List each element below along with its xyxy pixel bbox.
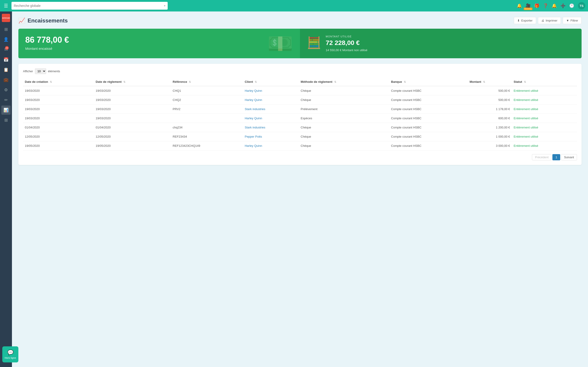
page-title: 📈 Encaissements [18, 17, 68, 24]
grid-icon: ⊞ [4, 118, 8, 123]
app-logo: AVOCAD [2, 14, 10, 22]
notification-fire-icon[interactable]: 🔔 [517, 3, 522, 8]
col-banque[interactable]: Banque ⇅ [389, 78, 468, 86]
cell-statut: Entièrement utilisé [512, 95, 577, 105]
show-select[interactable]: 10 25 50 [35, 68, 46, 74]
cell-date-reglement: 12/05/2020 [94, 132, 171, 141]
video-icon[interactable]: 🎥 Nouveau [526, 3, 531, 8]
help-icon[interactable]: ❓ [543, 3, 548, 8]
cell-client[interactable]: Harley Quinn [243, 86, 299, 95]
cell-methode: Chèque [299, 132, 389, 141]
client-link[interactable]: Harley Quinn [245, 144, 262, 148]
tasks-icon: 📋 [3, 67, 9, 72]
page-1-button[interactable]: 1 [552, 154, 560, 160]
cell-banque: Compte courant HSBC [389, 132, 468, 141]
cell-statut: Entièrement utilisé [512, 123, 577, 132]
client-link[interactable]: Stark industries [245, 107, 265, 111]
sidebar: AVOCAD ⊞ 👤 ✉ 29 📅 📋 💼 ⚙ ✏ 📊 ⊞ [0, 11, 12, 367]
gift-icon[interactable]: 🎁 [534, 3, 539, 8]
table-row: 12/05/2020 12/05/2020 REF23434 Pepper Po… [23, 132, 577, 141]
sidebar-item-tasks[interactable]: 📋 [1, 65, 10, 74]
col-date-creation[interactable]: Date de création ⇅ [23, 78, 94, 86]
search-input[interactable] [14, 4, 164, 8]
page-header: 📈 Encaissements ⬇ Exporter 🖨 Imprimer ▼ … [18, 17, 582, 24]
export-button[interactable]: ⬇ Exporter [514, 17, 536, 24]
col-statut[interactable]: Statut ⇅ [512, 78, 577, 86]
table-row: 19/03/2020 19/03/2020 PRV2 Stark industr… [23, 105, 577, 114]
cell-methode: Chèque [299, 123, 389, 132]
edit-icon: ✏ [4, 98, 8, 102]
chat-widget[interactable]: 💬 Hors ligne [2, 346, 18, 362]
cell-montant: 3 000,00 € [468, 141, 512, 150]
dashboard-icon: ⊞ [4, 27, 8, 32]
money-bg-icon: 💵 [267, 31, 293, 56]
client-link[interactable]: Harley Quinn [245, 98, 262, 102]
bell-icon[interactable]: 🔔 [552, 3, 557, 8]
sidebar-item-settings[interactable]: ⚙ [1, 85, 10, 94]
cell-reference: REF123423CHQ149 [171, 141, 243, 150]
sidebar-item-contacts[interactable]: 👤 [1, 35, 10, 44]
cell-client[interactable]: Pepper Potts [243, 132, 299, 141]
sidebar-item-mail[interactable]: ✉ 29 [1, 45, 10, 54]
cell-statut: Entièrement utilisé [512, 86, 577, 95]
status-badge: Entièrement utilisé [514, 89, 538, 92]
cell-date-creation: 19/03/2020 [23, 95, 94, 105]
next-button[interactable]: Suivant [561, 154, 577, 160]
cell-client[interactable]: Harley Quinn [243, 95, 299, 105]
sidebar-item-grid[interactable]: ⊞ [1, 116, 10, 125]
sidebar-item-dashboard[interactable]: ⊞ [1, 25, 10, 34]
cell-client[interactable]: Stark industries [243, 123, 299, 132]
card-utilise: 🧮 MONTANT UTILISÉ 72 228,00 € 14 550,00 … [300, 29, 582, 58]
cell-methode: Espèces [299, 114, 389, 123]
cell-date-reglement: 19/03/2020 [94, 86, 171, 95]
sidebar-item-edit[interactable]: ✏ [1, 95, 10, 105]
cell-methode: Chèque [299, 141, 389, 150]
cell-banque: Compte courant HSBC [389, 141, 468, 150]
sort-icon-statut: ⇅ [524, 81, 526, 83]
table-section: Afficher 10 25 50 éléments Date de créat… [18, 64, 582, 165]
sort-icon-reference: ⇅ [189, 81, 191, 83]
cell-date-reglement: 19/03/2020 [94, 95, 171, 105]
client-link[interactable]: Stark industries [245, 126, 265, 129]
cell-date-reglement: 19/03/2020 [94, 114, 171, 123]
cell-date-creation: 19/03/2020 [23, 86, 94, 95]
print-icon: 🖨 [541, 19, 544, 22]
print-button[interactable]: 🖨 Imprimer [538, 17, 561, 24]
sidebar-item-chart[interactable]: 📊 [1, 106, 10, 115]
sort-icon-methode: ⇅ [334, 81, 336, 83]
settings-icon: ⚙ [4, 87, 8, 92]
sidebar-item-briefcase[interactable]: 💼 [1, 75, 10, 84]
cell-montant: 600,00 € [468, 114, 512, 123]
col-reference[interactable]: Référence ⇅ [171, 78, 243, 86]
client-link[interactable]: Pepper Potts [245, 135, 262, 138]
col-date-reglement[interactable]: Date de règlement ⇅ [94, 78, 171, 86]
chat-status: Hors ligne [5, 357, 16, 359]
clock-icon[interactable]: 🕐 [569, 3, 574, 8]
col-methode[interactable]: Méthode de règlement ⇅ [299, 78, 389, 86]
cell-banque: Compte courant HSBC [389, 86, 468, 95]
client-link[interactable]: Harley Quinn [245, 89, 262, 92]
sidebar-item-calendar[interactable]: 📅 [1, 55, 10, 64]
col-client[interactable]: Client ⇅ [243, 78, 299, 86]
cell-banque: Compte courant HSBC [389, 95, 468, 105]
filter-button[interactable]: ▼ Filtrer [563, 17, 582, 24]
status-badge: Entièrement utilisé [514, 144, 538, 148]
cell-methode: Chèque [299, 86, 389, 95]
cell-client[interactable]: Harley Quinn [243, 141, 299, 150]
status-badge: Entièrement utilisé [514, 98, 538, 102]
col-montant[interactable]: Montant ⇅ [468, 78, 512, 86]
hamburger-menu[interactable]: ☰ [3, 2, 9, 10]
plus-icon[interactable]: ➕ [561, 3, 565, 8]
cell-banque: Compte courant HSBC [389, 105, 468, 114]
cell-client[interactable]: Stark industries [243, 105, 299, 114]
prev-button[interactable]: Précédent [532, 154, 552, 160]
cell-montant: 500,00 € [468, 86, 512, 95]
cell-client[interactable]: Harley Quinn [243, 114, 299, 123]
show-label: Afficher [23, 69, 33, 73]
utilise-amount: 72 228,00 € [326, 39, 367, 47]
utilise-sub: 14 550,00 € Montant non utilisé [326, 48, 367, 52]
client-link[interactable]: Harley Quinn [245, 117, 262, 120]
cell-reference [171, 114, 243, 123]
table-row: 19/05/2020 19/05/2020 REF123423CHQ149 Ha… [23, 141, 577, 150]
user-avatar[interactable]: TS [578, 2, 585, 9]
